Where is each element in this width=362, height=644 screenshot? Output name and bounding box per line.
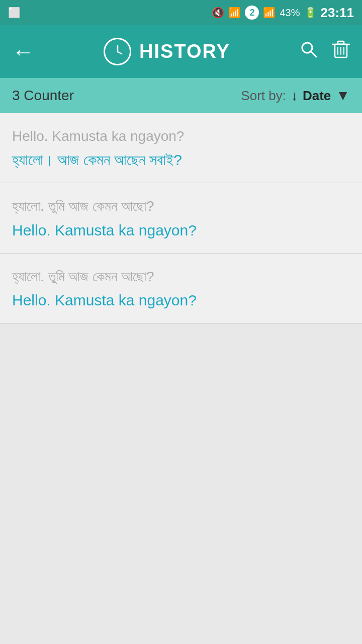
clock-svg bbox=[107, 41, 129, 63]
app-bar: ← HISTORY bbox=[0, 25, 362, 78]
back-button[interactable]: ← bbox=[12, 39, 34, 64]
history-list: Hello. Kamusta ka ngayon? হ্যালো। আজ কেম… bbox=[0, 113, 362, 324]
battery-percent: 43% bbox=[280, 7, 300, 19]
translation-text-3: Hello. Kamusta ka ngayon? bbox=[12, 290, 350, 311]
sort-area[interactable]: Sort by: ↓ Date ▼ bbox=[241, 88, 350, 104]
clock-icon bbox=[104, 38, 131, 65]
page-title: HISTORY bbox=[139, 41, 230, 62]
chevron-down-icon[interactable]: ▼ bbox=[336, 88, 350, 104]
mute-icon: 🔇 bbox=[212, 7, 224, 19]
empty-area bbox=[0, 324, 362, 595]
signal-icon: 📶 bbox=[263, 7, 276, 19]
app-bar-actions bbox=[300, 39, 350, 64]
sub-header: 3 Counter Sort by: ↓ Date ▼ bbox=[0, 78, 362, 113]
svg-line-2 bbox=[118, 52, 122, 54]
translation-text-1: হ্যালো। আজ কেমন আছেন সবাই? bbox=[12, 149, 350, 171]
svg-line-4 bbox=[311, 51, 316, 57]
source-text-2: হ্যালো. তুমি আজ কেমন আছো? bbox=[12, 197, 350, 215]
delete-button[interactable] bbox=[332, 39, 350, 64]
source-text-3: হ্যালো. তুমি আজ কেমন আছো? bbox=[12, 268, 350, 286]
counter-label: 3 Counter bbox=[12, 88, 74, 104]
battery-icon: 🔋 bbox=[304, 7, 317, 19]
sort-value: Date bbox=[303, 88, 331, 104]
search-button[interactable] bbox=[300, 40, 318, 63]
status-bar-right: 🔇 📶 2 📶 43% 🔋 23:11 bbox=[212, 5, 354, 21]
wifi-icon: 📶 bbox=[228, 7, 241, 19]
source-text-1: Hello. Kamusta ka ngayon? bbox=[12, 127, 350, 145]
status-time: 23:11 bbox=[321, 5, 354, 21]
translation-text-2: Hello. Kamusta ka ngayon? bbox=[12, 220, 350, 241]
sort-by-label: Sort by: bbox=[241, 88, 286, 104]
list-item[interactable]: হ্যালো. তুমি আজ কেমন আছো? Hello. Kamusta… bbox=[0, 254, 362, 324]
status-bar-left: ⬜ bbox=[8, 7, 21, 19]
svg-rect-7 bbox=[338, 41, 344, 44]
screenshot-icon: ⬜ bbox=[8, 7, 21, 19]
app-bar-title-group: HISTORY bbox=[34, 38, 300, 65]
list-item[interactable]: হ্যালো. তুমি আজ কেমন আছো? Hello. Kamusta… bbox=[0, 183, 362, 253]
status-bar: ⬜ 🔇 📶 2 📶 43% 🔋 23:11 bbox=[0, 0, 362, 25]
notification-badge: 2 bbox=[245, 6, 259, 20]
list-item[interactable]: Hello. Kamusta ka ngayon? হ্যালো। আজ কেম… bbox=[0, 113, 362, 183]
sort-direction-icon: ↓ bbox=[291, 88, 298, 104]
